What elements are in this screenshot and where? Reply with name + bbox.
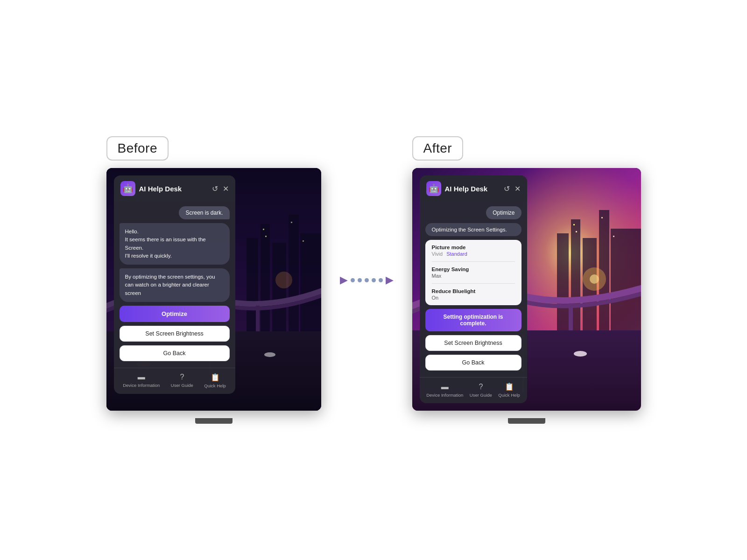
connector-dot-3 (365, 278, 369, 282)
connector-dot-2 (358, 278, 362, 282)
after-divider-2 (432, 283, 515, 284)
before-footer-user-guide[interactable]: ? User Guide (171, 373, 193, 388)
after-footer-device-info[interactable]: ▬ Device Information (426, 383, 463, 398)
after-user-guide-label: User Guide (470, 392, 492, 398)
after-reduce-bluelight-row: Reduce Bluelight On (432, 288, 515, 301)
after-energy-saving-val: Max (432, 273, 442, 279)
after-user-guide-icon: ? (479, 383, 483, 391)
before-footer-device-info[interactable]: ▬ Device Information (123, 373, 160, 388)
after-go-back-button[interactable]: Go Back (425, 355, 521, 371)
svg-point-20 (275, 272, 292, 288)
after-reduce-bluelight-label: Reduce Bluelight (432, 288, 515, 294)
connector-dot-1 (351, 278, 355, 282)
after-label: After (412, 136, 464, 161)
after-footer-user-guide[interactable]: ? User Guide (470, 383, 492, 398)
after-picture-mode-values: Vivid Standard (432, 251, 515, 257)
after-panel-footer: ▬ Device Information ? User Guide 📋 Quic… (420, 377, 527, 403)
after-panel-header: 🤖 AI Help Desk ↺ ✕ (420, 175, 527, 202)
after-reset-icon[interactable]: ↺ (504, 184, 510, 193)
before-quick-help-label: Quick Help (204, 383, 226, 388)
after-divider-1 (432, 261, 515, 262)
connector-dot-5 (379, 278, 383, 282)
before-bot-message-1: Hello. It seems there is an issue with t… (120, 223, 230, 265)
svg-point-18 (264, 352, 275, 357)
before-footer-quick-help[interactable]: 📋 Quick Help (204, 373, 226, 388)
after-reduce-bluelight-values: On (432, 295, 515, 301)
before-reset-icon[interactable]: ↺ (212, 184, 218, 193)
before-close-icon[interactable]: ✕ (223, 184, 229, 193)
before-bot-message-2: By optimizing the screen settings, you c… (120, 268, 230, 302)
before-bot-icon: 🤖 (120, 181, 135, 196)
connector-arrow-left: ▶ (340, 274, 348, 286)
before-tv-screen: 🤖 AI Help Desk ↺ ✕ Screen is dark. Hello… (106, 168, 321, 411)
after-settings-card: Picture mode Vivid Standard Energy Savin… (425, 240, 521, 305)
after-panel-body: Optimize Optimizing the Screen Settings.… (420, 202, 527, 375)
before-header-left: 🤖 AI Help Desk (120, 181, 182, 196)
before-panel-body: Screen is dark. Hello. It seems there is… (114, 202, 235, 366)
svg-rect-6 (263, 229, 264, 230)
before-panel-header: 🤖 AI Help Desk ↺ ✕ (114, 175, 235, 202)
after-picture-mode-label: Picture mode (432, 245, 515, 250)
after-quick-help-label: Quick Help (498, 392, 520, 398)
before-panel-footer: ▬ Device Information ? User Guide 📋 Quic… (114, 368, 235, 394)
before-quick-help-icon: 📋 (211, 373, 220, 382)
svg-rect-4 (289, 215, 299, 331)
connector-arrow-right: ▶ (386, 274, 394, 286)
svg-rect-8 (291, 222, 292, 223)
after-overlay-panel: 🤖 AI Help Desk ↺ ✕ Optimize Optimizing t… (420, 175, 527, 403)
after-energy-saving-values: Max (432, 273, 515, 279)
before-panel-wrapper: Before (106, 136, 321, 424)
before-user-message: Screen is dark. (179, 206, 229, 219)
after-complete-button: Setting optimization is complete. (425, 309, 521, 331)
after-quick-help-icon: 📋 (505, 382, 514, 391)
after-bot-icon: 🤖 (426, 181, 441, 196)
after-device-info-label: Device Information (426, 392, 463, 398)
before-device-info-icon: ▬ (138, 373, 145, 381)
after-set-brightness-button[interactable]: Set Screen Brightness (425, 335, 521, 351)
after-reduce-bluelight-val: On (432, 295, 439, 301)
after-panel-wrapper: After (412, 136, 641, 424)
svg-rect-5 (300, 233, 321, 331)
after-status-message: Optimizing the Screen Settings. (425, 223, 521, 236)
svg-rect-7 (265, 236, 267, 237)
before-user-guide-label: User Guide (171, 383, 193, 388)
svg-rect-2 (261, 224, 270, 331)
before-user-guide-icon: ? (180, 373, 184, 381)
before-optimize-button[interactable]: Optimize (120, 306, 230, 322)
after-energy-saving-row: Energy Saving Max (432, 266, 515, 279)
main-container: Before (0, 136, 747, 424)
before-label: Before (106, 136, 169, 161)
svg-rect-9 (303, 240, 304, 242)
after-footer-quick-help[interactable]: 📋 Quick Help (498, 382, 520, 398)
before-overlay-panel: 🤖 AI Help Desk ↺ ✕ Screen is dark. Hello… (114, 175, 235, 394)
after-tv-stand (508, 418, 545, 424)
after-tv-screen: 🤖 AI Help Desk ↺ ✕ Optimize Optimizing t… (412, 168, 641, 411)
after-optimize-tag: Optimize (486, 206, 521, 219)
connector: ▶ ▶ (340, 274, 394, 286)
before-set-brightness-button[interactable]: Set Screen Brightness (120, 326, 230, 342)
connector-dot-4 (372, 278, 376, 282)
after-picture-mode-new: Standard (446, 251, 467, 257)
before-panel-title: AI Help Desk (139, 185, 182, 193)
before-device-info-label: Device Information (123, 383, 160, 388)
before-tv-stand (195, 418, 233, 424)
after-picture-mode-old: Vivid (432, 251, 443, 257)
before-header-actions: ↺ ✕ (212, 184, 229, 193)
after-panel-title: AI Help Desk (445, 185, 488, 193)
after-energy-saving-label: Energy Saving (432, 266, 515, 272)
after-device-info-icon: ▬ (441, 383, 449, 391)
after-close-icon[interactable]: ✕ (514, 184, 521, 193)
after-header-actions: ↺ ✕ (504, 184, 521, 193)
after-header-left: 🤖 AI Help Desk (426, 181, 488, 196)
after-picture-mode-row: Picture mode Vivid Standard (432, 245, 515, 257)
before-go-back-button[interactable]: Go Back (120, 345, 230, 361)
